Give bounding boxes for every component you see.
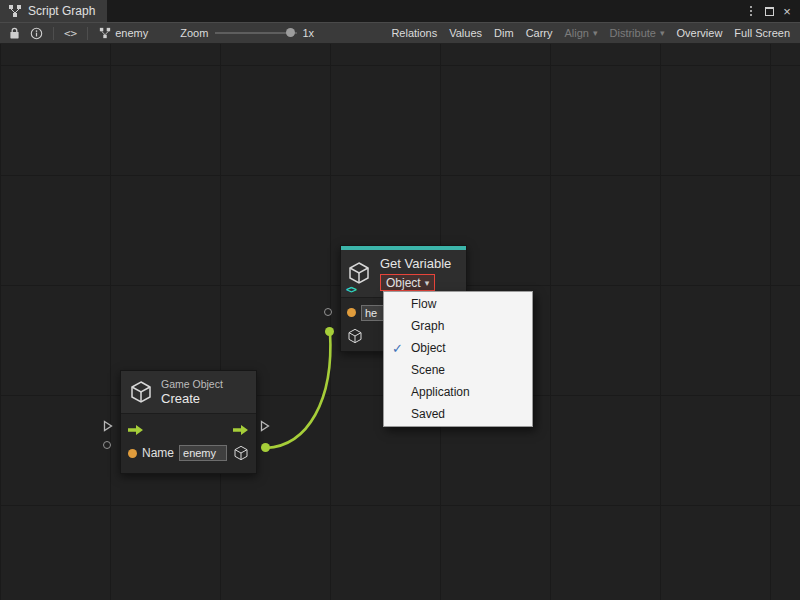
info-button[interactable]	[25, 23, 48, 43]
graph-name: enemy	[115, 27, 148, 39]
close-button[interactable]: ×	[778, 2, 796, 20]
window-controls: ×	[742, 0, 800, 22]
node-title: Get Variable	[380, 256, 451, 271]
zoom-label: Zoom	[180, 27, 208, 39]
zoom-slider[interactable]	[215, 32, 297, 34]
wire-start-port[interactable]	[261, 443, 270, 452]
scope-value: Object	[386, 276, 421, 290]
chevron-down-icon: ▾	[593, 28, 598, 38]
tab-script-graph[interactable]: Script Graph	[0, 0, 107, 22]
gameobject-output-cube-icon[interactable]	[233, 445, 249, 461]
script-graph-icon	[8, 4, 22, 18]
graph-name-badge[interactable]: enemy	[93, 23, 154, 43]
node-category: Game Object	[161, 378, 223, 390]
maximize-button[interactable]	[760, 2, 778, 20]
values-button[interactable]: Values	[443, 23, 488, 43]
dim-button[interactable]: Dim	[488, 23, 520, 43]
menu-item-flow[interactable]: Flow	[384, 293, 532, 315]
graph-badge-icon	[99, 27, 111, 39]
flow-output-arrow-icon[interactable]	[233, 425, 249, 435]
maximize-icon	[765, 7, 774, 16]
menu-item-application[interactable]: Application	[384, 381, 532, 403]
create-value-input-port[interactable]	[103, 441, 111, 449]
info-icon	[30, 27, 43, 40]
create-node-header: Game Object Create	[121, 371, 256, 413]
relations-button[interactable]: Relations	[385, 23, 443, 43]
toolbar-separator	[87, 27, 88, 40]
variable-scope-dropdown[interactable]: Object ▾	[380, 274, 435, 291]
align-button[interactable]: Align ▾	[559, 23, 604, 43]
value-port-icon[interactable]	[128, 449, 137, 458]
graph-canvas[interactable]: <> Get Variable Object ▾	[0, 44, 800, 600]
chevron-down-icon: ▾	[660, 28, 665, 38]
menu-item-graph[interactable]: Graph	[384, 315, 532, 337]
wire-end-port[interactable]	[325, 327, 334, 336]
kebab-menu-icon	[750, 6, 752, 16]
code-badge-icon: <>	[346, 284, 356, 295]
name-input[interactable]	[179, 445, 227, 461]
fullscreen-button[interactable]: Full Screen	[728, 23, 796, 43]
lock-button[interactable]	[4, 23, 25, 43]
window-menu-button[interactable]	[742, 2, 760, 20]
code-view-button[interactable]: <>	[59, 23, 82, 43]
graph-toolbar: <> enemy Zoom 1x Relations Values Dim Ca…	[0, 22, 800, 44]
tab-title: Script Graph	[28, 4, 95, 18]
code-icon: <>	[64, 27, 77, 40]
create-node-body: Name	[121, 413, 256, 473]
title-bar: Script Graph ×	[0, 0, 800, 22]
zoom-slider-knob[interactable]	[286, 28, 295, 37]
toolbar-separator	[53, 27, 54, 40]
toolbar-right-group: Relations Values Dim Carry Align ▾ Distr…	[385, 23, 796, 43]
get-variable-header: <> Get Variable Object ▾	[341, 250, 466, 297]
check-icon: ✓	[384, 341, 411, 356]
lock-icon	[9, 27, 20, 40]
cube-icon	[129, 380, 153, 404]
get-variable-input-port[interactable]	[324, 308, 332, 316]
value-port-icon[interactable]	[347, 308, 356, 317]
menu-item-scene[interactable]: Scene	[384, 359, 532, 381]
game-object-create-node[interactable]: Game Object Create Name	[120, 370, 257, 474]
menu-item-object[interactable]: ✓ Object	[384, 337, 532, 359]
create-flow-output-port[interactable]	[260, 420, 270, 432]
zoom-value: 1x	[302, 27, 314, 39]
cube-icon: <>	[347, 255, 373, 291]
scope-dropdown-menu: Flow Graph ✓ Object Scene Application Sa…	[383, 291, 533, 427]
create-flow-input-port[interactable]	[103, 420, 113, 432]
node-title: Create	[161, 391, 223, 406]
distribute-button[interactable]: Distribute ▾	[604, 23, 671, 43]
carry-button[interactable]: Carry	[520, 23, 559, 43]
chevron-down-icon: ▾	[425, 278, 430, 288]
close-icon: ×	[783, 4, 791, 19]
overview-button[interactable]: Overview	[671, 23, 729, 43]
flow-input-arrow-icon[interactable]	[128, 425, 144, 435]
param-label: Name	[142, 446, 174, 460]
gameobject-port-cube-icon[interactable]	[347, 328, 363, 344]
menu-item-saved[interactable]: Saved	[384, 403, 532, 425]
